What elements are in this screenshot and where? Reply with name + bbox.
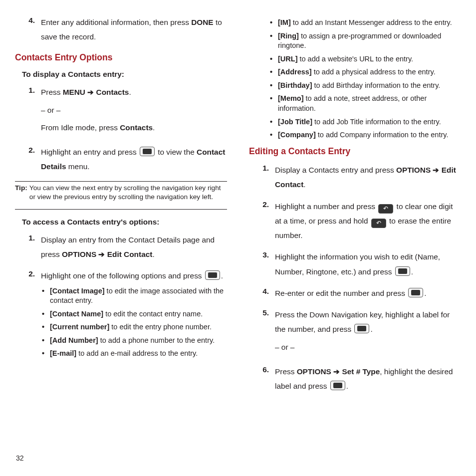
ok-key-icon xyxy=(205,270,220,280)
list-item: 2. Highlight an entry and press to view … xyxy=(15,145,227,174)
bold: Set # Type xyxy=(342,367,380,376)
list-item: 2. Highlight a number and press ↶ to cle… xyxy=(249,199,461,243)
text: . xyxy=(152,250,154,258)
or-text: – or – xyxy=(41,103,227,117)
list-item: 1. Display a Contacts entry and press OP… xyxy=(249,163,461,192)
bold: [Address] xyxy=(278,68,312,76)
step-number: 1. xyxy=(15,85,41,138)
list-item: 6. Press OPTIONS ➔ Set # Type, highlight… xyxy=(249,364,461,394)
text: Highlight a number and press xyxy=(275,202,377,211)
text: to add an Instant Messenger address to t… xyxy=(291,18,452,26)
step-number: 1. xyxy=(15,233,41,262)
bold: Contacts xyxy=(96,88,129,96)
text: Re-enter or edit the number and press xyxy=(275,289,407,297)
step-number: 2. xyxy=(15,145,41,174)
bold: [Memo] xyxy=(278,94,304,102)
page-number: 32 xyxy=(16,454,24,462)
step-number: 5. xyxy=(249,307,275,357)
text: . xyxy=(153,123,155,132)
list-item: 4. Enter any additional information, the… xyxy=(15,15,227,44)
step-number: 1. xyxy=(249,163,275,192)
step-number: 3. xyxy=(249,249,275,279)
list-item: 5. Press the Down Navigation key, highli… xyxy=(249,307,461,357)
list-item: [Memo] to add a note, street address, or… xyxy=(269,94,461,113)
option-list: [IM] to add an Instant Messenger address… xyxy=(269,18,461,140)
step-body: Highlight the information you wish to ed… xyxy=(275,249,461,279)
text: to add Job Title information to the entr… xyxy=(312,118,441,126)
text: Enter any additional information, then p… xyxy=(41,18,191,26)
list-item: 4. Re-enter or edit the number and press… xyxy=(249,286,461,300)
list-item: [Current number] to edit the entry phone… xyxy=(41,322,227,332)
tip-label: Tip: xyxy=(15,184,29,202)
manual-page: 4. Enter any additional information, the… xyxy=(0,0,476,476)
step-body: Re-enter or edit the number and press . xyxy=(275,286,461,300)
text: . xyxy=(370,325,372,333)
bold: [Birthday] xyxy=(278,81,312,89)
step-body: Enter any additional information, then p… xyxy=(41,15,227,44)
step-number: 4. xyxy=(15,15,41,44)
ok-key-icon xyxy=(330,381,345,390)
or-text: – or – xyxy=(275,340,461,354)
arrow-icon: ➔ xyxy=(431,166,442,174)
option-list: [Contact Image] to edit the image associ… xyxy=(41,286,227,359)
right-column: [IM] to add an Instant Messenger address… xyxy=(249,15,461,476)
text: to add Company information to the entry. xyxy=(316,131,449,139)
sub-heading: To access a Contacts entry's options: xyxy=(22,217,227,228)
list-item: [Company] to add Company information to … xyxy=(269,130,461,140)
text: to add Birthday information to the entry… xyxy=(312,81,440,89)
section-heading: Contacts Entry Options xyxy=(15,51,227,64)
text: . xyxy=(411,267,413,276)
text: Display a Contacts entry and press xyxy=(275,166,396,174)
list-item: [Birthday] to add Birthday information t… xyxy=(269,81,461,91)
arrow-icon: ➔ xyxy=(85,88,96,96)
back-key-icon: ↶ xyxy=(378,204,393,214)
list-item: [Job Title] to add Job Title information… xyxy=(269,117,461,127)
bold: [URL] xyxy=(278,55,297,63)
text: to edit the contact entry name. xyxy=(103,310,203,318)
bold: OPTIONS xyxy=(297,367,331,376)
text: Highlight one of the following options a… xyxy=(41,271,204,280)
text: to assign a pre-programmed or downloaded… xyxy=(278,32,441,50)
step-number: 2. xyxy=(15,268,41,362)
text: From Idle mode, press xyxy=(41,123,120,132)
list-item: 3. Highlight the information you wish to… xyxy=(249,249,461,279)
list-item: [Contact Image] to edit the image associ… xyxy=(41,286,227,306)
bold: DONE xyxy=(191,18,213,26)
ok-key-icon xyxy=(408,288,423,297)
ok-key-icon xyxy=(395,266,410,276)
section-heading: Editing a Contacts Entry xyxy=(249,145,461,158)
ok-key-icon xyxy=(354,324,369,333)
step-number: 4. xyxy=(249,286,275,300)
text: Press xyxy=(275,367,297,376)
step-body: Display a Contacts entry and press OPTIO… xyxy=(275,163,461,192)
text: . xyxy=(303,180,305,189)
back-key-icon: ↶ xyxy=(371,219,386,228)
bold: [Contact Image] xyxy=(50,287,105,295)
bold: Edit Contact xyxy=(107,250,153,258)
bold: OPTIONS xyxy=(62,250,96,258)
bold: [Contact Name] xyxy=(50,310,103,318)
bold: [Add Number] xyxy=(50,336,98,344)
step-number: 2. xyxy=(249,199,275,243)
bold: [Job Title] xyxy=(278,118,312,126)
list-item: 1. Display an entry from the Contact Det… xyxy=(15,233,227,262)
list-item: [IM] to add an Instant Messenger address… xyxy=(269,18,461,28)
step-body: Press MENU ➔ Contacts. – or – From Idle … xyxy=(41,85,227,138)
list-item: 2. Highlight one of the following option… xyxy=(15,268,227,362)
list-item: 1. Press MENU ➔ Contacts. – or – From Id… xyxy=(15,85,227,138)
bold: [E-mail] xyxy=(50,349,76,357)
text: to add a phone number to the entry. xyxy=(98,336,215,344)
arrow-icon: ➔ xyxy=(96,250,107,258)
text: to add a website's URL to the entry. xyxy=(297,55,413,63)
text: to add an e-mail address to the entry. xyxy=(76,349,198,357)
step-body: Press the Down Navigation key, highlight… xyxy=(275,307,461,357)
text: Press xyxy=(41,88,63,96)
separator xyxy=(15,209,227,210)
text: . xyxy=(424,289,426,297)
list-item: [Address] to add a physical address to t… xyxy=(269,67,461,77)
text: to add a physical address to the entry. xyxy=(312,68,436,76)
list-item: [URL] to add a website's URL to the entr… xyxy=(269,54,461,64)
text: . xyxy=(346,382,348,390)
bold: [IM] xyxy=(278,18,291,26)
list-item: [Contact Name] to edit the contact entry… xyxy=(41,309,227,319)
